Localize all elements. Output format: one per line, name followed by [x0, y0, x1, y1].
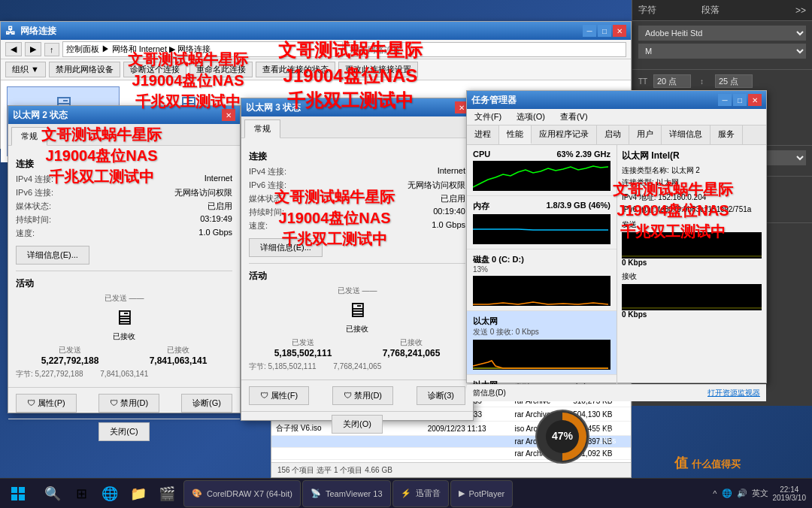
tm-tab-services[interactable]: 服务 [710, 125, 743, 144]
diagnose-btn-2[interactable]: 诊断(3) [417, 386, 465, 405]
diagnose-button[interactable]: 诊断这个连接 [123, 62, 186, 77]
tm-tab-performance[interactable]: 性能 [499, 125, 532, 144]
taskbar-app-thunder[interactable]: ⚡ 迅雷音 [392, 480, 449, 507]
details-button-2[interactable]: 详细信息(E)... [249, 238, 323, 257]
close-btn-2[interactable]: 关闭(O) [332, 415, 383, 434]
network1-label: 以太网 [473, 316, 498, 327]
tray-up-icon[interactable]: ^ [713, 489, 717, 498]
diagnose-btn-1[interactable]: 诊断(G) [181, 394, 232, 413]
tm-tab-users[interactable]: 用户 [629, 125, 662, 144]
recv-bytes-1: 7,841,063,141 [124, 355, 232, 366]
line-height-input[interactable] [715, 74, 753, 88]
up-button[interactable]: ↑ [44, 43, 59, 56]
maximize-button[interactable]: □ [598, 25, 611, 37]
tm-tab-app-history[interactable]: 应用程序记录 [532, 125, 597, 144]
tm-menu-options[interactable]: 选项(O) [514, 110, 548, 124]
tm-menu-file[interactable]: 文件(F) [471, 110, 504, 124]
view-status-button[interactable]: 查看此连接的状态 [256, 62, 335, 77]
taskbar: 🔍 ⊞ 🌐 📁 🎬 🎨 CorelDRAW X7 (64-bit) 📡 Team… [0, 478, 812, 508]
duration-label-1: 持续时间: [16, 214, 51, 225]
start-button[interactable] [0, 479, 36, 509]
conn-dialog-1-tab-general[interactable]: 常规 [11, 127, 47, 146]
font-size-input[interactable] [653, 74, 691, 88]
taskbar-app-potplayer[interactable]: ▶ PotPlayer [450, 480, 514, 507]
conn-dialog-2-section-conn: 连接 [249, 150, 465, 163]
taskbar-explorer-icon[interactable]: 📁 [125, 480, 152, 507]
task-manager-footer: 箭信息(D) 打开资源监视器 [467, 384, 766, 401]
minimize-button[interactable]: ─ [583, 25, 596, 37]
tm-metric-memory[interactable]: 内存 1.8/3.9 GB (46%) [467, 196, 617, 249]
network1-chart [473, 340, 611, 370]
tray-volume-icon[interactable]: 🔊 [737, 488, 747, 498]
task-manager-title: 任务管理器 [471, 94, 517, 107]
disable-device-button[interactable]: 禁用此网络设备 [49, 62, 120, 77]
close-btn-1[interactable]: 关闭(C) [98, 422, 149, 441]
details-button-1[interactable]: 详细信息(E)... [16, 246, 89, 265]
disable-btn-1[interactable]: 🛡 禁用(D) [98, 394, 159, 413]
forward-button[interactable]: ▶ [25, 42, 41, 56]
conn-dialog-2-tabs: 常规 [241, 116, 473, 138]
tray-lang-icon[interactable]: 英文 [752, 488, 768, 499]
conn-dialog-2-tab-general[interactable]: 常规 [244, 119, 280, 138]
tm-metric-cpu[interactable]: CPU 63% 2.39 GHz [467, 145, 617, 196]
taskbar-quick-launch: 🔍 ⊞ 🌐 📁 🎬 [36, 480, 183, 507]
tm-metric-network1[interactable]: 以太网 发送 0 接收: 0 Kbps [467, 311, 617, 375]
duration-value-2: 00:19:40 [433, 207, 465, 218]
taskbar-task-view-icon[interactable]: ⊞ [68, 480, 95, 507]
font-select[interactable]: Adobe Heiti Std [638, 26, 806, 41]
change-settings-button[interactable]: 更改此连接接设置 [338, 62, 418, 77]
file-date [423, 448, 511, 460]
adobe-expand-icon[interactable]: >> [795, 5, 806, 16]
tray-network-icon[interactable]: 🌐 [722, 488, 732, 498]
media-value-1: 已启用 [208, 201, 232, 212]
svg-rect-3 [11, 487, 17, 493]
network1-value: 发送 0 接收: 0 Kbps [473, 327, 611, 337]
tm-minimize[interactable]: ─ [718, 94, 732, 106]
back-button[interactable]: ◀ [5, 42, 22, 56]
taskbar-search-icon[interactable]: 🔍 [39, 480, 66, 507]
task-manager-left-panel: CPU 63% 2.39 GHz 内存 1.8/3.9 GB (46%) [467, 145, 617, 384]
tm-metric-disk[interactable]: 磁盘 0 (C: D:) 13% [467, 249, 617, 311]
ipv6-value-2: 无网络访问权限 [408, 180, 465, 191]
net-connection-type: 连接类型: 以太网 [622, 177, 762, 188]
tm-menu-view[interactable]: 查看(V) [557, 110, 591, 124]
task-manager-right-panel: 以太网 Intel(R 连接类型名称: 以太网 2 连接类型: 以太网 IPv4… [617, 145, 766, 384]
tm-metric-network2[interactable]: 以太网 发送 0 接收: 0 Kbps [467, 375, 617, 384]
disable-btn-2[interactable]: 🛡 禁用(D) [332, 386, 393, 405]
tm-tab-details[interactable]: 详细信息 [662, 125, 710, 144]
font-style-select[interactable]: M [638, 44, 806, 59]
organize-button[interactable]: 组织 ▼ [5, 62, 46, 77]
taskbar-app-teamviewer[interactable]: 📡 TeamViewer 13 [302, 480, 391, 507]
speed-gauge: 47% [532, 407, 592, 467]
properties-btn-1[interactable]: 🛡 属性(P) [16, 394, 77, 413]
tm-maximize[interactable]: □ [733, 94, 747, 106]
open-resource-monitor[interactable]: 打开资源监视器 [707, 388, 760, 398]
send-chart-svg [622, 232, 762, 259]
recv-label-2: 7,768,241,065 [333, 362, 381, 370]
memory-label: 内存 [473, 201, 489, 212]
task-manager-window: 任务管理器 ─ □ ✕ 文件(F) 选项(O) 查看(V) 进程 性能 应用程序… [466, 90, 767, 383]
sent-label-1: 5,227,792,188 [35, 370, 83, 378]
disk-label: 磁盘 0 (C: D:) [473, 254, 524, 265]
conn-dialog-2-title: 以太网 3 状态 [246, 101, 301, 114]
adobe-font-section: Adobe Heiti Std M [632, 21, 812, 70]
taskbar-media-icon[interactable]: 🎬 [153, 480, 180, 507]
search-input[interactable] [346, 42, 626, 57]
conn-dialog-1: 以太网 2 状态 ✕ 常规 连接 IPv4 连接: Internet IPv6 … [8, 105, 241, 413]
taskbar-app-coreldraw[interactable]: 🎨 CorelDRAW X7 (64-bit) [183, 480, 301, 507]
rename-button[interactable]: 重命名此连接 [189, 62, 253, 77]
tm-close[interactable]: ✕ [748, 94, 762, 106]
adobe-title: 字符 [638, 4, 656, 17]
duration-value-1: 03:19:49 [200, 214, 232, 225]
task-manager-titlebar: 任务管理器 ─ □ ✕ [467, 91, 766, 109]
teamviewer-label: TeamViewer 13 [326, 489, 383, 498]
conn-dialog-1-titlebar: 以太网 2 状态 ✕ [8, 106, 240, 124]
tm-tab-startup[interactable]: 启动 [597, 125, 629, 144]
taskbar-clock[interactable]: 22:14 2019/3/10 [773, 485, 807, 502]
tm-tab-process[interactable]: 进程 [467, 125, 499, 144]
properties-btn-2[interactable]: 🛡 属性(F) [249, 386, 309, 405]
conn-dialog-1-close[interactable]: ✕ [222, 109, 235, 121]
close-button[interactable]: ✕ [613, 25, 626, 37]
taskbar-edge-icon[interactable]: 🌐 [96, 480, 123, 507]
sent-bytes-2: 5,185,502,111 [249, 348, 357, 358]
